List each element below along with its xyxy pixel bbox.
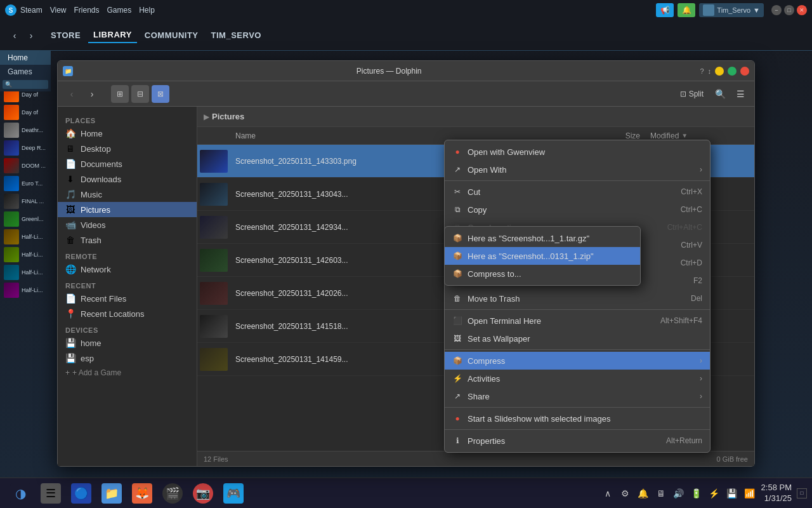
steam-minimize-btn[interactable]: − [771,5,782,15]
ctx-open-with[interactable]: ↗ Open With › [445,161,710,178]
game-label-9: Half-Li... [22,251,43,258]
sidebar-item-recent-locations[interactable]: 📍 Recent Locations [58,306,197,321]
steam-user-btn[interactable]: Tim_Servo ▼ [699,3,764,17]
taskbar-dolphin-btn[interactable]: 📁 [98,479,126,507]
steam-home-item[interactable]: Home [0,51,51,65]
dolphin-expand-btn[interactable]: ↕ [708,67,712,76]
compress-zip-item[interactable]: 📦 Here as "Screenshot...0131_1.zip" [445,247,640,265]
menu-steam[interactable]: Steam [20,6,43,15]
col-name-header[interactable]: Name [230,131,582,140]
add-label: + Add a Game [72,368,121,377]
games-search-input[interactable] [3,80,48,89]
dolphin-menu-btn[interactable]: ☰ [731,85,749,103]
sidebar-item-recent-files[interactable]: 📄 Recent Files [58,291,197,306]
game-item-5[interactable]: Euro T... [0,175,51,192]
ctx-properties[interactable]: ℹ Properties Alt+Return [445,432,710,450]
dolphin-help-btn[interactable]: ? [700,67,704,76]
sidebar-item-network[interactable]: 🌐 Network [58,262,197,277]
game-item-8[interactable]: Half-Li... [0,228,51,246]
sidebar-item-documents[interactable]: 📄 Documents [58,156,197,171]
pictures-icon: 🖼 [65,204,75,215]
dolphin-forward-btn[interactable]: › [83,85,101,103]
menu-view[interactable]: View [50,6,67,15]
dolphin-collapse-btn[interactable]: − [715,67,724,76]
notification-tray-icon[interactable]: 🔔 [637,487,650,500]
taskbar-steam-btn[interactable]: 🎮 [219,479,247,507]
game-item-11[interactable]: Half-Li... [0,281,51,299]
dolphin-split-btn[interactable]: ⊡ Split [675,88,709,100]
system-clock[interactable]: 2:58 PM 1/31/25 [761,483,792,504]
taskbar-obs-btn[interactable]: 🎬 [159,479,187,507]
dolphin-details-view-btn[interactable]: ⊠ [152,85,169,103]
show-desktop-btn[interactable]: □ [797,488,807,498]
steam-close-btn[interactable]: ✕ [797,5,807,15]
menu-games[interactable]: Games [107,6,132,15]
nav-store[interactable]: STORE [46,28,86,43]
ctx-open-gwenview[interactable]: ● Open with Gwenview [445,143,710,161]
dolphin-restore-btn[interactable]: □ [728,67,737,76]
col-modified-header[interactable]: Modified ▼ [645,131,747,140]
game-item-9[interactable]: Half-Li... [0,246,51,264]
compress-tar-item[interactable]: 📦 Here as "Screenshot...1_1.tar.gz" [445,229,640,247]
dolphin-icons-view-btn[interactable]: ⊞ [111,85,129,103]
ctx-activities[interactable]: ⚡ Activities › [445,370,710,387]
game-item-10[interactable]: Half-Li... [0,264,51,281]
compress-to-item[interactable]: 📦 Compress to... [445,265,640,283]
audio-tray-icon[interactable]: 🔊 [672,487,685,500]
ctx-copy[interactable]: ⧉ Copy Ctrl+C [445,201,710,218]
battery-tray-icon[interactable]: 🔋 [690,487,703,500]
dolphin-close-btn[interactable]: ✕ [740,67,749,76]
menu-friends[interactable]: Friends [74,6,99,15]
col-size-header[interactable]: Size [582,131,645,140]
game-item-6[interactable]: FINAL ... [0,192,51,210]
dolphin-search-btn[interactable]: 🔍 [711,85,729,103]
steam-broadcast-btn[interactable]: 📢 [656,3,674,17]
nav-user[interactable]: TIM_SERVO [206,28,266,43]
tray-expand-btn[interactable]: ∧ [601,487,614,500]
sidebar-item-home-device[interactable]: 💾 home [58,335,197,351]
nav-community[interactable]: COMMUNITY [140,28,204,43]
steam-maximize-btn[interactable]: □ [784,5,794,15]
sidebar-item-downloads[interactable]: ⬇ Downloads [58,171,197,187]
game-item-1[interactable]: Day of [0,104,51,121]
ctx-set-wallpaper[interactable]: 🖼 Set as Wallpaper [445,330,710,347]
nav-forward-btn[interactable]: › [24,29,38,43]
sidebar-item-desktop[interactable]: 🖥 Desktop [58,141,197,156]
steam-notification-btn[interactable]: 🔔 [678,3,695,17]
storage-tray-icon[interactable]: 💾 [726,487,738,500]
sidebar-item-trash[interactable]: 🗑 Trash [58,232,197,248]
menu-help[interactable]: Help [139,6,155,15]
ctx-slideshow[interactable]: ● Start a Slideshow with selected images [445,410,710,427]
game-item-3[interactable]: Deep R... [0,139,51,157]
sidebar-item-esp[interactable]: 💾 esp [58,351,197,366]
dolphin-compact-view-btn[interactable]: ⊟ [131,85,149,103]
ctx-cut[interactable]: ✂ Cut Ctrl+X [445,183,710,201]
taskbar-kde-btn[interactable]: ◑ [6,479,34,507]
taskbar-discover-btn[interactable]: 🔵 [67,479,95,507]
breadcrumb-pictures[interactable]: Pictures [212,112,244,121]
sidebar-item-videos[interactable]: 📹 Videos [58,217,197,232]
steam-tray-icon[interactable]: ⚙ [619,487,632,500]
steam-nav-arrows: ‹ › [8,29,38,43]
screen-tray-icon[interactable]: 🖥 [655,487,667,500]
wifi-tray-icon[interactable]: 📶 [743,487,756,500]
taskbar-app-btn[interactable]: 📷 [189,479,217,507]
dolphin-back-btn[interactable]: ‹ [63,85,81,103]
nav-back-btn[interactable]: ‹ [8,29,22,43]
sidebar-item-music[interactable]: 🎵 Music [58,187,197,202]
ctx-move-trash[interactable]: 🗑 Move to Trash Del [445,290,710,307]
game-item-4[interactable]: DOOM ... [0,157,51,175]
taskbar-files-btn[interactable]: ☰ [37,479,65,507]
bluetooth-tray-icon[interactable]: ⚡ [708,487,721,500]
game-item-2[interactable]: Deathr... [0,121,51,139]
taskbar-firefox-btn[interactable]: 🦊 [128,479,156,507]
sidebar-item-pictures[interactable]: 🖼 Pictures [58,202,197,217]
add-game-btn[interactable]: + + Add a Game [58,366,197,380]
sidebar-item-home[interactable]: 🏠 Home [58,126,197,141]
nav-library[interactable]: LIBRARY [88,27,137,43]
game-item-7[interactable]: Greenl... [0,210,51,228]
ctx-copy-shortcut: Ctrl+C [681,205,702,214]
ctx-open-terminal[interactable]: ⬛ Open Terminal Here Alt+Shift+F4 [445,312,710,330]
ctx-compress[interactable]: 📦 Compress › [445,352,710,370]
ctx-share[interactable]: ↗ Share › [445,387,710,405]
